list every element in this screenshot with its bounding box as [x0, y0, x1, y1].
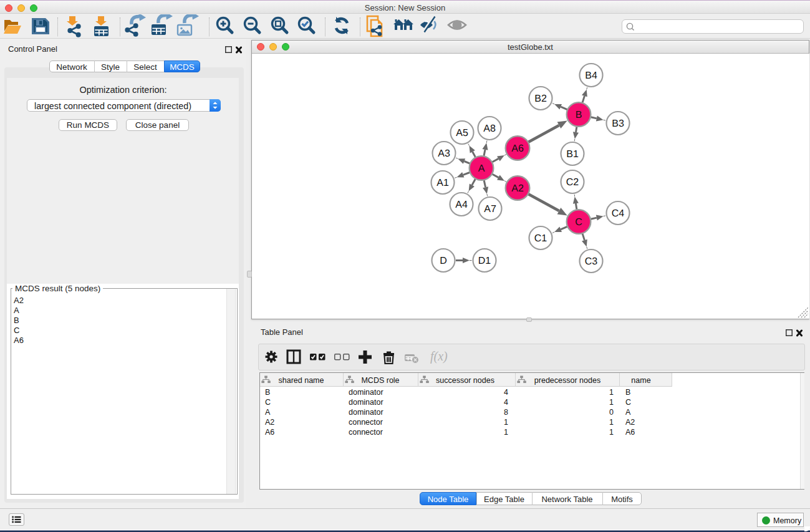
svg-text:A2: A2 [511, 183, 524, 194]
svg-text:B1: B1 [566, 149, 579, 160]
svg-text:C2: C2 [566, 177, 579, 188]
svg-text:B4: B4 [585, 70, 597, 81]
svg-text:C: C [575, 217, 582, 228]
svg-text:A: A [478, 163, 485, 174]
svg-text:D: D [440, 256, 447, 266]
svg-text:C1: C1 [534, 233, 547, 244]
svg-text:B3: B3 [612, 118, 624, 129]
svg-text:C4: C4 [612, 208, 625, 219]
svg-text:A7: A7 [484, 204, 496, 215]
svg-text:A1: A1 [436, 178, 449, 188]
svg-text:B: B [576, 110, 582, 120]
svg-text:A4: A4 [455, 200, 468, 210]
svg-text:B2: B2 [534, 94, 547, 104]
svg-text:A5: A5 [456, 128, 468, 138]
svg-text:A8: A8 [483, 123, 496, 134]
svg-text:D1: D1 [478, 256, 491, 266]
svg-text:A3: A3 [438, 148, 450, 159]
svg-text:A6: A6 [511, 143, 524, 154]
svg-text:C3: C3 [585, 256, 598, 267]
